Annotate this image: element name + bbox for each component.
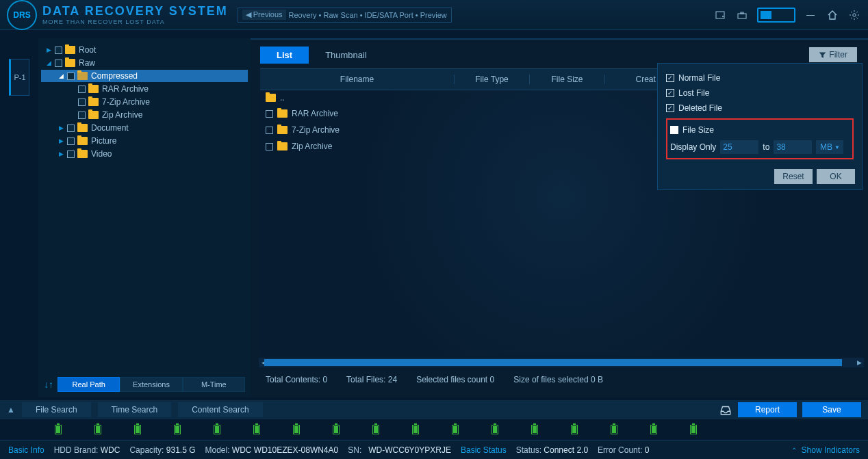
- scan-progress-indicator: [757, 8, 795, 23]
- tree-node-7zip[interactable]: 7-Zip Archive: [41, 96, 248, 108]
- scroll-right-icon[interactable]: ▶: [854, 358, 864, 367]
- tree-checkbox[interactable]: [78, 112, 86, 119]
- home-button[interactable]: [826, 8, 839, 22]
- file-checkbox[interactable]: [266, 143, 273, 150]
- file-name: ..: [280, 93, 285, 103]
- tree-checkbox[interactable]: [67, 124, 75, 132]
- checkbox-checked-icon[interactable]: ✓: [666, 74, 674, 82]
- tree-label: Raw: [79, 58, 95, 68]
- col-filename[interactable]: Filename: [260, 75, 455, 84]
- tree-checkbox[interactable]: [67, 137, 75, 145]
- tree-node-video[interactable]: ▶ Video: [41, 148, 248, 160]
- tree-checkbox[interactable]: [67, 150, 75, 158]
- tree-node-zip[interactable]: Zip Archive: [41, 109, 248, 121]
- collapse-icon[interactable]: ▶: [59, 124, 66, 131]
- expand-icon[interactable]: ◢: [47, 60, 53, 66]
- basic-status-label[interactable]: Basic Status: [461, 445, 507, 455]
- breadcrumb-previous-button[interactable]: ◀ Previous: [242, 10, 286, 20]
- tree-node-root[interactable]: ▶ Root: [41, 44, 248, 56]
- connect-status: Status: Connect 2.0: [516, 445, 588, 455]
- tree-checkbox[interactable]: [78, 99, 86, 106]
- basic-info-label[interactable]: Basic Info: [8, 445, 44, 455]
- col-filesize[interactable]: File Size: [530, 75, 605, 84]
- time-search-button[interactable]: Time Search: [98, 402, 172, 417]
- tree-label: Video: [91, 149, 112, 159]
- view-tab-list[interactable]: List: [260, 47, 309, 64]
- chevron-down-icon: ▼: [834, 144, 840, 150]
- save-button[interactable]: Save: [802, 402, 861, 417]
- folder-icon: [277, 126, 288, 134]
- show-indicators-button[interactable]: ⌃ Show Indicators: [791, 445, 860, 455]
- left-rail: P-1: [0, 38, 38, 397]
- view-tab-thumbnail[interactable]: Thumbnail: [309, 47, 383, 64]
- filter-reset-button[interactable]: Reset: [774, 169, 813, 184]
- tree-node-picture[interactable]: ▶ Picture: [41, 135, 248, 147]
- scroll-left-icon[interactable]: ◀: [259, 358, 268, 367]
- filter-normal-file[interactable]: ✓ Normal File: [666, 70, 854, 86]
- file-checkbox[interactable]: [266, 110, 273, 118]
- tab-m-time[interactable]: M-Time: [183, 377, 245, 392]
- tree-label: Compressed: [91, 71, 138, 81]
- tree-node-raw[interactable]: ◢ Raw: [41, 57, 248, 69]
- tree-node-compressed[interactable]: ◢ Compressed: [41, 70, 248, 82]
- checkbox-unchecked-icon[interactable]: [670, 126, 678, 134]
- header-right: —: [713, 8, 861, 23]
- to-label: to: [763, 142, 769, 152]
- tab-real-path[interactable]: Real Path: [58, 377, 120, 392]
- filter-ok-button[interactable]: OK: [817, 169, 855, 184]
- report-button[interactable]: Report: [738, 402, 797, 417]
- filter-lost-file[interactable]: ✓ Lost File: [666, 86, 854, 101]
- tree-node-document[interactable]: ▶ Document: [41, 122, 248, 134]
- model: Model: WDC WD10EZEX-08WN4A0: [205, 445, 338, 455]
- file-checkbox[interactable]: [266, 127, 273, 134]
- collapse-icon[interactable]: ▶: [59, 150, 66, 157]
- inbox-icon[interactable]: [719, 403, 732, 417]
- file-tree: ▶ Root ◢ Raw ◢ Compressed RAR Archive: [41, 44, 248, 160]
- checkbox-checked-icon[interactable]: ✓: [666, 104, 674, 112]
- filter-filesize-toggle[interactable]: File Size: [670, 122, 850, 137]
- filter-filesize-group: File Size Display Only to MB ▼: [666, 118, 854, 159]
- collapse-icon[interactable]: ▶: [47, 47, 53, 53]
- tree-checkbox[interactable]: [67, 73, 75, 80]
- expand-icon[interactable]: ◢: [59, 73, 66, 79]
- app-subtitle: MORE THAN RECOVER LOST DATA: [42, 18, 228, 25]
- disk-icon[interactable]: [713, 8, 727, 22]
- indicator-row: [0, 419, 868, 440]
- indicator-icon: [174, 425, 181, 434]
- partition-tab[interactable]: P-1: [9, 59, 29, 96]
- checkbox-checked-icon[interactable]: ✓: [666, 89, 674, 97]
- folder-icon: [77, 72, 88, 80]
- collapse-up-icon[interactable]: ▲: [7, 405, 15, 415]
- toolbox-icon[interactable]: [735, 8, 749, 22]
- file-search-button[interactable]: File Search: [22, 402, 91, 417]
- tree-checkbox[interactable]: [55, 47, 62, 54]
- tab-extensions[interactable]: Extensions: [120, 377, 182, 392]
- settings-button[interactable]: [847, 8, 861, 22]
- filter-deleted-file[interactable]: ✓ Deleted File: [666, 101, 854, 116]
- breadcrumb-trail: Reovery • Raw Scan • IDE/SATA Port • Pre…: [289, 11, 447, 19]
- content-pane: List Thumbnail Filter Filename File Type…: [251, 38, 868, 397]
- filter-button[interactable]: Filter: [809, 47, 857, 62]
- tree-checkbox[interactable]: [78, 86, 86, 93]
- tree-node-rar[interactable]: RAR Archive: [41, 83, 248, 95]
- size-from-input[interactable]: [720, 140, 758, 154]
- indicator-icon: [492, 425, 498, 434]
- app-title: DATA RECOVERY SYSTEM: [42, 4, 228, 18]
- error-count: Error Count: 0: [598, 445, 649, 455]
- col-filetype[interactable]: File Type: [455, 75, 530, 84]
- breadcrumb: ◀ Previous Reovery • Raw Scan • IDE/SATA…: [238, 8, 452, 23]
- unit-label: MB: [820, 142, 832, 152]
- sort-icon[interactable]: ↓↑: [44, 379, 53, 390]
- folder-icon: [88, 111, 99, 119]
- tree-label: Picture: [91, 136, 116, 146]
- size-to-input[interactable]: [774, 140, 812, 154]
- content-search-button[interactable]: Content Search: [178, 402, 262, 417]
- indicator-icon: [372, 425, 379, 434]
- status-bar: Total Contents: 0 Total Files: 24 Select…: [260, 367, 863, 392]
- tree-checkbox[interactable]: [55, 60, 62, 67]
- tree-pane: ▶ Root ◢ Raw ◢ Compressed RAR Archive: [38, 38, 251, 397]
- minimize-button[interactable]: —: [804, 8, 817, 22]
- collapse-icon[interactable]: ▶: [59, 137, 66, 144]
- size-unit-select[interactable]: MB ▼: [816, 140, 843, 154]
- horizontal-scrollbar[interactable]: ◀ ▶: [260, 358, 863, 367]
